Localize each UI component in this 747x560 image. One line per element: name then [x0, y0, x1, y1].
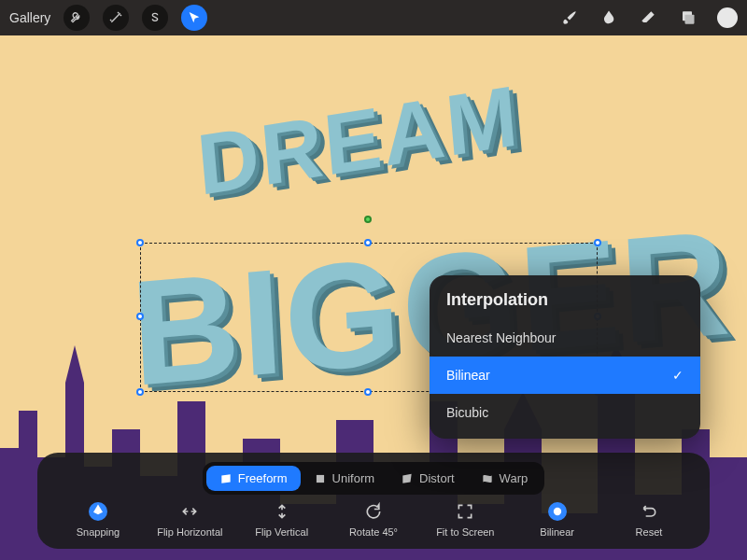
option-bicubic[interactable]: Bicubic ✓	[430, 394, 700, 431]
snapping-button[interactable]: Snapping	[56, 502, 140, 538]
option-label: Bicubic	[446, 405, 488, 420]
brush-icon[interactable]	[560, 8, 579, 27]
svg-point-3	[553, 508, 560, 515]
popover-title: Interpolation	[430, 290, 700, 319]
interpolation-button[interactable]: Bilinear	[515, 502, 599, 538]
mode-uniform[interactable]: Uniform	[301, 466, 388, 491]
action-label: Rotate 45°	[349, 526, 398, 538]
transform-mode-segmented: Freeform Uniform Distort Warp	[203, 462, 544, 495]
svg-rect-2	[316, 474, 323, 482]
rotate-icon	[364, 502, 383, 521]
action-label: Reset	[636, 526, 663, 538]
rotate-45-button[interactable]: Rotate 45°	[331, 502, 416, 538]
adjustments-wand-button[interactable]	[103, 5, 129, 31]
distort-icon	[401, 472, 414, 485]
handle-rotate[interactable]	[364, 216, 372, 223]
fit-icon	[456, 502, 474, 521]
flip-h-icon	[180, 502, 199, 521]
wrench-icon	[69, 10, 84, 25]
option-label: Nearest Neighbour	[446, 330, 557, 345]
mode-distort[interactable]: Distort	[388, 466, 468, 491]
handle-top-left[interactable]	[136, 239, 144, 246]
transform-toolbar: Freeform Uniform Distort Warp Snapping F…	[37, 453, 710, 549]
option-bilinear[interactable]: Bilinear ✓	[430, 357, 700, 394]
flip-horizontal-button[interactable]: Flip Horizontal	[148, 502, 232, 538]
flip-vertical-button[interactable]: Flip Vertical	[240, 502, 324, 538]
wand-icon	[108, 10, 123, 25]
mode-label: Warp	[500, 471, 529, 485]
mode-freeform[interactable]: Freeform	[206, 466, 301, 491]
mode-label: Uniform	[332, 471, 375, 485]
warp-icon	[481, 472, 494, 485]
svg-rect-1	[685, 15, 695, 24]
option-label: Bilinear	[446, 368, 490, 383]
actions-wrench-button[interactable]	[63, 5, 90, 31]
mode-warp[interactable]: Warp	[468, 466, 542, 491]
reset-icon	[640, 502, 658, 521]
action-label: Snapping	[77, 526, 120, 538]
selection-s-button[interactable]	[142, 5, 168, 31]
magnet-icon	[89, 502, 107, 521]
mode-label: Distort	[419, 471, 455, 485]
transform-arrow-button[interactable]	[181, 5, 207, 31]
mode-label: Freeform	[238, 471, 288, 485]
fit-to-screen-button[interactable]: Fit to Screen	[423, 502, 507, 538]
action-label: Fit to Screen	[436, 526, 494, 538]
interpolation-popover: Interpolation Nearest Neighbour ✓ Biline…	[430, 275, 700, 439]
smudge-icon[interactable]	[599, 8, 618, 27]
action-label: Bilinear	[540, 526, 574, 538]
selection-s-icon	[148, 10, 162, 25]
top-toolbar: Gallery	[0, 0, 747, 35]
eraser-icon[interactable]	[639, 8, 657, 27]
artwork-text-line1: DREAM	[193, 66, 523, 215]
layers-icon[interactable]	[678, 8, 697, 27]
flip-v-icon	[273, 502, 291, 521]
gallery-button[interactable]: Gallery	[9, 10, 50, 25]
action-label: Flip Vertical	[255, 526, 308, 538]
interpolation-icon	[548, 502, 567, 521]
option-nearest-neighbour[interactable]: Nearest Neighbour ✓	[430, 319, 700, 357]
cursor-arrow-icon	[187, 10, 202, 25]
reset-button[interactable]: Reset	[607, 502, 691, 538]
check-icon: ✓	[672, 368, 684, 383]
color-swatch[interactable]	[717, 7, 738, 28]
uniform-icon	[314, 472, 327, 485]
action-label: Flip Horizontal	[157, 526, 222, 538]
freeform-icon	[219, 472, 233, 485]
